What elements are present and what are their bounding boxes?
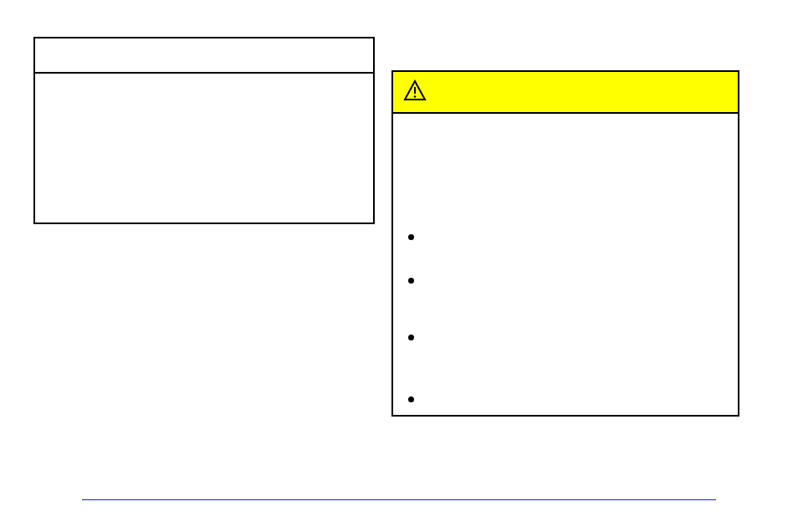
list-item [408,231,422,274]
right-panel-header [393,72,738,114]
footer-divider [82,499,716,500]
warning-triangle-icon [403,79,427,105]
list-item [408,331,422,375]
right-panel [391,70,739,417]
bullet-list [408,231,422,437]
list-item [408,393,422,437]
list-item [408,274,422,318]
left-panel [33,37,375,224]
svg-point-2 [414,95,417,98]
left-panel-header [35,38,373,74]
